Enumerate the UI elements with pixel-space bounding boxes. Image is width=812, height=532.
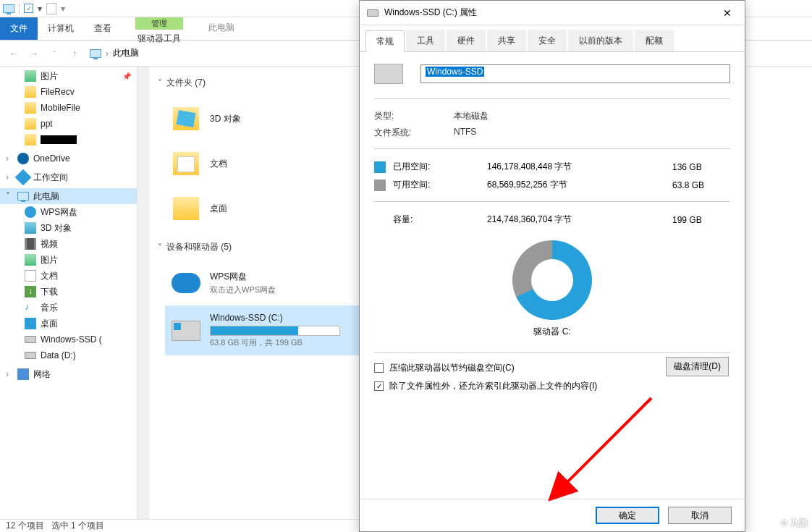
manage-contextual-label: 管理 [135, 17, 183, 30]
documents-icon [171, 148, 201, 179]
new-doc-icon[interactable] [46, 3, 56, 14]
collapse-icon[interactable]: ˅ [158, 242, 162, 253]
filesystem-label: 文件系统: [374, 127, 454, 139]
cloud-icon [171, 268, 201, 298]
separator [19, 4, 20, 14]
cancel-button[interactable]: 取消 [668, 507, 732, 524]
used-label: 已用空间: [393, 161, 451, 173]
dialog-body: Windows-SSD 类型:本地磁盘 文件系统:NTFS 已用空间: 146,… [360, 52, 745, 404]
index-label: 除了文件属性外，还允许索引此驱动器上文件的内容(I) [389, 380, 597, 392]
qat-dropdown-icon[interactable]: ▾ [38, 4, 42, 14]
sidebar-pictures2[interactable]: 图片 [0, 252, 137, 268]
sidebar-wps[interactable]: WPS网盘 [0, 204, 137, 220]
capacity-label: 容量: [393, 214, 451, 226]
sidebar-scrollbar[interactable] [138, 67, 149, 519]
sidebar-workspace[interactable]: ›工作空间 [0, 169, 137, 185]
pictures-icon [25, 254, 36, 266]
forward-button[interactable]: → [26, 46, 42, 62]
pictures-icon [25, 70, 36, 82]
sidebar-docs[interactable]: 文档 [0, 268, 137, 284]
thispc-icon [90, 49, 101, 58]
expand-icon[interactable]: › [6, 153, 13, 164]
sidebar-ssd[interactable]: Windows-SSD ( [0, 332, 137, 347]
computer-tab[interactable]: 计算机 [38, 17, 84, 40]
expand-icon[interactable]: › [6, 369, 13, 379]
used-bytes: 146,178,408,448 字节 [458, 161, 665, 173]
tab-security[interactable]: 安全 [528, 30, 567, 51]
tab-general[interactable]: 常规 [365, 30, 405, 52]
item-count: 12 个项目 [6, 520, 44, 532]
sidebar-item-ppt[interactable]: ppt [0, 116, 137, 132]
index-checkbox-row[interactable]: ✓ 除了文件属性外，还允许索引此驱动器上文件的内容(I) [374, 380, 730, 392]
sidebar-item-pictures[interactable]: 图片📌 [0, 68, 137, 84]
type-value: 本地磁盘 [454, 110, 489, 122]
file-tab[interactable]: 文件 [0, 17, 38, 40]
objects3d-icon [25, 222, 36, 234]
close-button[interactable]: ✕ [717, 4, 737, 22]
tab-previous[interactable]: 以前的版本 [568, 30, 633, 51]
desktop-icon [25, 318, 36, 329]
dialog-titlebar[interactable]: Windows-SSD (C:) 属性 ✕ [360, 1, 745, 25]
sidebar-3dobjects[interactable]: 3D 对象 [0, 220, 137, 236]
sidebar-downloads[interactable]: ↓下载 [0, 284, 137, 300]
dialog-title: Windows-SSD (C:) 属性 [384, 7, 477, 19]
sidebar-data[interactable]: Data (D:) [0, 347, 137, 363]
thispc-icon [17, 192, 29, 200]
recent-dropdown[interactable]: ˅ [46, 46, 62, 62]
collapse-icon[interactable]: ˅ [6, 191, 13, 201]
device-wps[interactable]: WPS网盘双击进入WPS网盘 [165, 261, 368, 305]
drive-icon [25, 352, 36, 359]
free-gb: 63.8 GB [672, 180, 730, 190]
folder-icon [25, 134, 36, 145]
drive-icon [374, 64, 403, 84]
folder-3dobjects[interactable]: 3D 对象 [165, 96, 368, 141]
filesystem-value: NTFS [454, 127, 476, 139]
pin-icon: 📌 [122, 72, 131, 80]
expand-icon[interactable]: › [6, 172, 13, 182]
dialog-buttons: 确定 取消 [360, 499, 745, 531]
volume-name-input[interactable]: Windows-SSD [420, 64, 730, 83]
sidebar-video[interactable]: 视频 [0, 236, 137, 252]
drive-icon [367, 9, 378, 17]
sidebar-desktop[interactable]: 桌面 [0, 316, 137, 332]
sidebar-item-mobilefile[interactable]: MobileFile [0, 100, 137, 116]
tab-quota[interactable]: 配额 [635, 30, 674, 51]
sidebar-item-redacted[interactable] [0, 132, 137, 148]
tab-hardware[interactable]: 硬件 [447, 30, 486, 51]
checkbox-icon[interactable]: ✓ [24, 4, 33, 13]
sidebar-thispc[interactable]: ˅此电脑 [0, 188, 137, 204]
sidebar-music[interactable]: ♪音乐 [0, 300, 137, 316]
tab-sharing[interactable]: 共享 [487, 30, 526, 51]
drive-icon [171, 316, 201, 346]
capacity-bar [210, 326, 340, 336]
up-button[interactable]: ↑ [67, 46, 83, 62]
breadcrumb-root[interactable]: 此电脑 [113, 47, 139, 59]
collapse-icon[interactable]: ˅ [158, 78, 162, 88]
folder-icon [25, 118, 36, 130]
watermark: ⊙ 九游 [781, 515, 808, 529]
view-tab[interactable]: 查看 [84, 17, 122, 40]
thispc-icon [3, 4, 14, 13]
folder-icon [25, 86, 36, 98]
free-label: 可用空间: [393, 179, 451, 191]
selection-count: 选中 1 个项目 [51, 520, 104, 532]
back-button[interactable]: ← [6, 46, 22, 62]
tab-tools[interactable]: 工具 [406, 30, 445, 51]
folder-icon [171, 193, 201, 224]
disk-cleanup-button[interactable]: 磁盘清理(D) [666, 357, 729, 376]
checkbox-unchecked-icon[interactable] [374, 363, 384, 373]
dialog-tabs: 常规 工具 硬件 共享 安全 以前的版本 配额 [360, 25, 745, 52]
music-icon: ♪ [25, 302, 36, 313]
device-ssd[interactable]: Windows-SSD (C:) 63.8 GB 可用，共 199 GB [165, 305, 368, 355]
drive-label: 驱动器 C: [374, 326, 730, 338]
sidebar-network[interactable]: ›网络 [0, 366, 137, 382]
folder-documents[interactable]: 文档 [165, 141, 368, 186]
ok-button[interactable]: 确定 [596, 507, 659, 524]
qat-more-icon[interactable]: ▾ [61, 4, 65, 14]
folder-desktop[interactable]: 桌面 [165, 186, 368, 231]
checkbox-checked-icon[interactable]: ✓ [374, 381, 384, 391]
sidebar-item-filerecv[interactable]: FileRecv [0, 84, 137, 100]
sidebar-onedrive[interactable]: ›OneDrive [0, 151, 137, 166]
video-icon [25, 238, 36, 250]
chevron-right-icon: › [106, 48, 109, 59]
